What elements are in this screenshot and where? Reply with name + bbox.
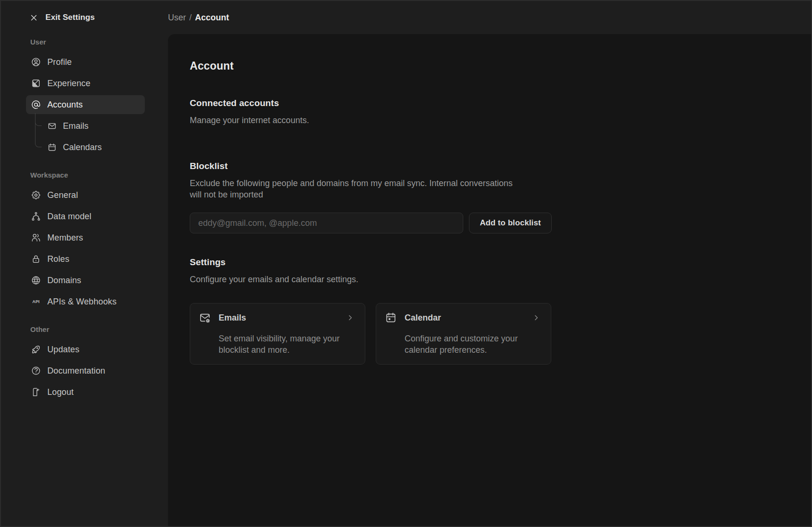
sidebar-item-experience[interactable]: Experience [26, 74, 145, 93]
settings-description: Configure your emails and calendar setti… [190, 274, 516, 285]
sidebar-item-general[interactable]: General [26, 186, 145, 205]
card-title: Emails [219, 313, 246, 323]
emails-settings-card[interactable]: Emails Set email visibility, manage your… [190, 303, 365, 365]
sidebar-item-members[interactable]: Members [26, 228, 145, 247]
connected-accounts-section: Connected accounts Manage your internet … [190, 98, 552, 126]
settings-sidebar: User Profile Experience [1, 34, 168, 526]
sidebar-item-logout[interactable]: Logout [26, 383, 145, 402]
card-title: Calendar [405, 313, 441, 323]
help-circle-icon [31, 366, 41, 376]
sidebar-item-label: Profile [47, 57, 72, 67]
sidebar-item-label: Data model [47, 212, 91, 222]
card-header: Emails [199, 311, 354, 324]
sidebar-item-emails[interactable]: Emails [26, 116, 145, 135]
sidebar-item-label: Domains [47, 276, 81, 286]
mail-cog-icon [199, 312, 211, 324]
sidebar-item-updates[interactable]: Updates [26, 340, 145, 359]
chevron-right-icon [346, 313, 354, 322]
breadcrumb-separator: / [189, 13, 192, 23]
settings-window: Exit Settings User / Account User Profil… [0, 0, 812, 527]
calendar-icon [47, 143, 57, 152]
at-sign-icon [31, 99, 41, 110]
blocklist-title: Blocklist [190, 161, 552, 171]
breadcrumb-page: Account [195, 13, 229, 23]
exit-settings-label: Exit Settings [45, 13, 95, 22]
sidebar-item-documentation[interactable]: Documentation [26, 361, 145, 380]
svg-text:API: API [32, 299, 39, 304]
globe-icon [31, 275, 41, 286]
settings-title: Settings [190, 257, 552, 268]
settings-section: Settings Configure your emails and calen… [190, 257, 552, 365]
card-description: Configure and customize your calendar pr… [405, 333, 540, 356]
sidebar-item-label: Roles [47, 254, 70, 264]
hierarchy-icon [31, 211, 41, 222]
sidebar-section-label-user: User [26, 38, 145, 46]
tree-connector [35, 134, 42, 147]
breadcrumb: User / Account [168, 1, 229, 34]
blocklist-form-row: Add to blocklist [190, 213, 552, 233]
mail-icon [47, 121, 57, 131]
connected-accounts-title: Connected accounts [190, 98, 552, 108]
sidebar-item-roles[interactable]: Roles [26, 250, 145, 268]
sidebar-item-domains[interactable]: Domains [26, 271, 145, 290]
sidebar-item-label: Updates [47, 345, 79, 355]
calendar-settings-card[interactable]: Calendar Configure and customize your ca… [376, 303, 551, 365]
breadcrumb-section: User [168, 13, 186, 23]
sidebar-item-label: Calendars [63, 143, 102, 152]
appearance-icon [31, 78, 41, 89]
exit-settings-button[interactable]: Exit Settings [30, 13, 95, 22]
blocklist-section: Blocklist Exclude the following people a… [190, 161, 552, 233]
card-header: Calendar [385, 311, 540, 324]
card-description: Set email visibility, manage your blockl… [219, 333, 354, 356]
settings-cards-row: Emails Set email visibility, manage your… [190, 303, 552, 365]
close-icon [30, 14, 38, 22]
sidebar-item-apis-webhooks[interactable]: API APIs & Webhooks [26, 292, 145, 311]
top-bar: Exit Settings User / Account [1, 1, 811, 34]
accounts-subtree: Emails Calendars [26, 116, 145, 157]
sidebar-item-data-model[interactable]: Data model [26, 207, 145, 226]
logout-icon [31, 387, 41, 397]
blocklist-email-input[interactable] [190, 213, 463, 233]
sidebar-item-calendars[interactable]: Calendars [26, 138, 145, 157]
settings-main-panel: Account Connected accounts Manage your i… [168, 34, 811, 526]
sidebar-item-accounts[interactable]: Accounts [26, 95, 145, 114]
page-title: Account [190, 60, 552, 72]
gear-icon [31, 190, 41, 200]
api-icon: API [31, 296, 41, 307]
tree-connector [35, 113, 42, 126]
calendar-event-icon [385, 312, 397, 324]
sidebar-item-label: Emails [63, 121, 88, 131]
add-to-blocklist-button[interactable]: Add to blocklist [469, 213, 552, 233]
sidebar-item-label: Accounts [47, 100, 83, 110]
sidebar-item-profile[interactable]: Profile [26, 53, 145, 71]
sidebar-item-label: Members [47, 233, 83, 243]
sidebar-item-label: General [47, 190, 78, 200]
connected-accounts-description: Manage your internet accounts. [190, 115, 516, 126]
user-circle-icon [31, 57, 41, 67]
users-icon [31, 232, 41, 243]
sidebar-item-label: Documentation [47, 366, 105, 376]
sidebar-item-label: APIs & Webhooks [47, 297, 116, 307]
sidebar-item-label: Experience [47, 79, 90, 89]
rocket-icon [31, 344, 41, 355]
chevron-right-icon [532, 313, 540, 322]
sidebar-section-label-other: Other [26, 325, 145, 333]
sidebar-item-label: Logout [47, 387, 74, 397]
lock-icon [31, 254, 41, 264]
sidebar-section-label-workspace: Workspace [26, 171, 145, 179]
blocklist-description: Exclude the following people and domains… [190, 178, 516, 200]
